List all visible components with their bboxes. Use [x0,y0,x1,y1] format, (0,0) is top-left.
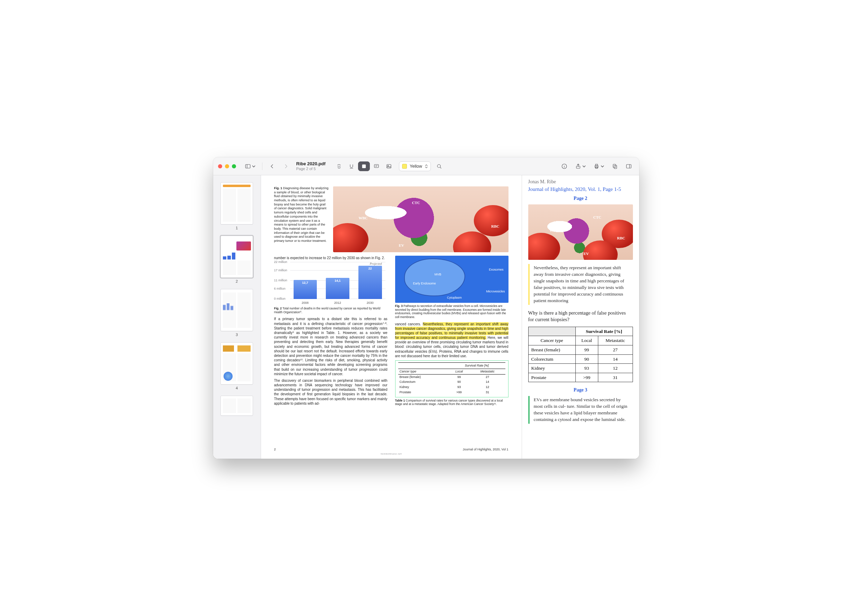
svg-line-10 [440,167,441,168]
comment-button[interactable] [370,161,382,171]
page-footer: 2 Journal of Highlights, 2020, Vol 1 hig… [274,448,509,451]
hero-label-rbc: RBC [617,236,625,240]
svg-rect-0 [245,164,250,168]
underline-button[interactable] [346,161,357,171]
info-button[interactable] [559,161,570,171]
copy-button[interactable] [609,161,621,171]
image-button[interactable] [383,161,395,171]
printer-icon [594,163,600,169]
user-question[interactable]: Why is there a high percentage of false … [528,310,633,323]
zoom-window-button[interactable] [232,164,236,169]
thumbnail-3[interactable]: 3 [221,287,253,339]
journal-link[interactable]: Journal of Highlights, 2020, Vol. 1, Pag… [528,186,633,193]
table-1-highlight[interactable]: Survival Rate [%] Cancer type Local Meta… [395,360,509,398]
toolbar: Ribe 2020.pdf Page 2 of 5 A Yellow [213,157,639,175]
back-button[interactable] [267,161,278,171]
svg-rect-4 [375,164,379,167]
strikethrough-button[interactable] [333,161,345,171]
hero-label-ctc: CTC [412,201,420,205]
journal-footer: Journal of Highlights, 2020, Vol 1 [463,448,509,451]
search-icon [436,163,442,169]
share-button[interactable] [573,161,588,171]
figure-3: Early Endosome MVB Exosomes Cytoplasm Mi… [395,256,509,319]
copy-icon [612,163,618,169]
hero-label-wbc: WBC [550,229,559,232]
hero-label-ev: EV [399,244,404,247]
table-row: Colorectum9014 [528,354,633,364]
svg-rect-7 [387,164,391,168]
traffic-lights [218,164,236,169]
app-window: Ribe 2020.pdf Page 2 of 5 A Yellow [213,157,639,459]
table-row: Breast (female)9927 [528,345,633,355]
fig3-label: Microvesicles [486,290,505,293]
thumbnail-4[interactable]: 4 [221,340,253,392]
svg-text:A: A [363,164,365,168]
chevron-down-icon [582,164,586,168]
table-row: Colorectum9014 [398,380,505,384]
figure-2: Projected 0 million6 million11 million17… [274,262,388,314]
info-icon [561,163,567,169]
svg-rect-20 [626,164,631,168]
fig3-label: Exosomes [489,268,503,271]
page-indicator: Page 2 of 5 [296,167,326,171]
paragraph: If a primary tumor spreads to a distant … [274,317,388,376]
notes-survival-table[interactable]: Survival Rate [%] Cancer type Local Meta… [528,327,633,382]
table-row: Prostate>9931 [398,390,505,395]
thumbnail-label: 1 [236,226,238,230]
stepper-icon [425,164,428,169]
survival-table: Survival Rate [%] Cancer type Local Meta… [398,362,505,395]
svg-rect-16 [595,164,598,166]
chevron-down-icon [252,164,255,168]
article-text: number is expected to increase to 22 mil… [265,252,518,407]
chevron-right-icon [283,163,289,169]
svg-rect-18 [613,164,616,168]
highlight-color-selector[interactable]: Yellow [399,161,431,171]
sidebar-icon [245,163,251,169]
page-3-header[interactable]: Page 3 [528,388,633,393]
fig3-label: Cytoplasm [447,296,462,299]
panel-right-icon [625,163,632,169]
highlight-icon: A [361,163,367,169]
image-icon [386,163,392,169]
underline-icon [348,163,355,169]
fig3-label: MVB [435,273,442,276]
svg-point-9 [437,164,440,167]
table-corner [528,327,576,336]
minimize-window-button[interactable] [225,164,229,169]
notes-panel[interactable]: Jonas M. Ribe Journal of Highlights, 202… [522,175,639,459]
thumbnail-2[interactable]: 2 [221,233,253,286]
print-button[interactable] [591,161,607,171]
body: 1 2 3 [213,175,639,459]
notes-image-annotation[interactable]: WBC CTC RBC EV [528,205,633,260]
highlight-swatch-icon [402,164,407,169]
title-block: Ribe 2020.pdf Page 2 of 5 [296,161,326,171]
pdf-viewer[interactable]: Fig. 1 Diagnosing disease by analyzing a… [261,175,522,459]
chevron-down-icon [601,164,604,168]
right-pane-toggle-button[interactable] [623,161,634,171]
sidebar-toggle-button[interactable] [242,161,258,171]
note-green[interactable]: EVs are membrane bound vesicles secreted… [528,396,633,424]
paragraph: The discovery of cancer biomarkers in pe… [274,378,388,406]
fig3-caption: Fig. 3 Pathways to secretion of extracel… [395,304,509,319]
forward-button[interactable] [280,161,292,171]
figure-1-image: WBC CTC RBC EV [333,187,509,252]
share-icon [575,163,581,169]
highlight-button[interactable]: A [358,161,370,171]
hero-label-ev: EV [584,252,589,256]
author-name: Jonas M. Ribe [528,179,633,185]
chevron-left-icon [269,163,275,169]
fig2-caption: Fig. 2 Total number of deaths in the wor… [274,307,388,314]
highlight-color-label: Yellow [410,164,422,169]
hero-label-wbc: WBC [359,216,368,220]
thumbnail-1[interactable]: 1 [221,180,253,232]
note-yellow[interactable]: Nevertheless, they represent an importan… [528,264,633,304]
figure-3-diagram: Early Endosome MVB Exosomes Cytoplasm Mi… [395,256,509,303]
thumbnail-5[interactable] [221,393,253,418]
page-2-header[interactable]: Page 2 [528,196,633,201]
search-button[interactable] [434,161,445,171]
svg-point-13 [564,165,564,165]
fig3-label: Early Endosome [413,282,436,285]
close-window-button[interactable] [218,164,222,169]
thumbnail-sidebar[interactable]: 1 2 3 [213,175,261,459]
table-row: Breast (female)9927 [398,374,505,380]
